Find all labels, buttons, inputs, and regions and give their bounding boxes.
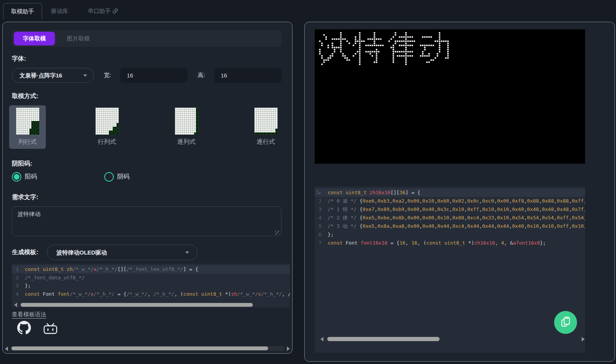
chevron-down-icon <box>185 251 189 254</box>
scan-mode-per-row[interactable]: 逐行式 <box>247 105 284 149</box>
scan-mode-section-label: 取模方式: <box>12 92 38 100</box>
template-select[interactable]: 波特律动OLED驱动 <box>47 245 197 260</box>
height-label: 高: <box>198 72 205 79</box>
output-code-scrollbar[interactable] <box>320 337 585 341</box>
required-text-section-label: 需求文字: <box>12 193 38 201</box>
top-tab-bar: 取模助手 驱动库 串口助手 <box>0 0 616 22</box>
width-label: 宽: <box>104 72 111 79</box>
scroll-left-arrow[interactable] <box>14 303 17 307</box>
scroll-right-arrow[interactable] <box>582 337 585 341</box>
font-select[interactable]: 文泉驿·点阵字16 <box>12 68 94 83</box>
template-code-scrollbar[interactable] <box>14 303 288 307</box>
scan-mode-per-col[interactable]: 逐列式 <box>168 105 205 149</box>
scroll-thumb[interactable] <box>21 303 253 307</box>
dot-matrix-canvas <box>315 29 585 164</box>
scan-mode-row-col[interactable]: 行列式 <box>89 105 125 149</box>
tab-driver-library[interactable]: 驱动库 <box>45 3 74 19</box>
radio-icon <box>104 172 114 182</box>
scroll-left-arrow[interactable] <box>320 337 323 341</box>
scan-pattern-icon <box>175 108 198 135</box>
scroll-left-arrow[interactable] <box>5 346 8 351</box>
font-select-value: 文泉驿·点阵字16 <box>19 68 62 82</box>
height-input[interactable] <box>214 68 281 83</box>
github-icon[interactable] <box>17 321 31 336</box>
resize-grip[interactable] <box>275 230 279 235</box>
chevron-down-icon <box>83 74 87 77</box>
polarity-section-label: 阴阳码: <box>12 160 32 168</box>
scan-pattern-icon <box>95 108 119 135</box>
template-select-value: 波特律动OLED驱动 <box>57 245 107 260</box>
dot-matrix-preview <box>315 29 585 164</box>
tab-serial-assistant[interactable]: 串口助手 <box>81 3 125 19</box>
scan-pattern-icon <box>254 108 278 135</box>
scroll-thumb[interactable] <box>11 346 268 350</box>
radio-icon <box>12 172 21 182</box>
required-text-input[interactable] <box>12 206 281 236</box>
scroll-thumb[interactable] <box>327 337 440 341</box>
template-section-label: 生成模板: <box>12 248 38 256</box>
scan-mode-options: 列行式 行列式 逐列式 逐行式 <box>3 105 292 153</box>
width-input[interactable] <box>120 68 188 83</box>
template-code-block: 1const uint8_t zh/*_w_*/x/*_h_*/[][/*_fo… <box>12 264 290 308</box>
output-code-block: 1▾const uint8_t zh16x16[][36] = {2/* 0 波… <box>315 187 585 353</box>
image-extract-button[interactable]: 图片取模 <box>61 30 96 47</box>
copy-code-button[interactable] <box>554 311 577 334</box>
tab-label: 取模助手 <box>11 8 34 14</box>
font-extract-button[interactable]: 字体取模 <box>14 32 55 45</box>
panel-horizontal-scrollbar[interactable] <box>5 346 290 351</box>
scan-pattern-icon <box>16 108 39 135</box>
template-syntax-link[interactable]: 查看模板语法 <box>12 311 46 318</box>
extract-type-toggle: 字体取模 图片取模 <box>12 30 281 47</box>
bilibili-icon[interactable] <box>43 323 58 336</box>
scroll-right-arrow[interactable] <box>287 346 290 351</box>
tab-label: 驱动库 <box>51 8 68 14</box>
tab-label: 串口助手 <box>88 8 111 14</box>
config-panel: 字体取模 图片取模 字体: 文泉驿·点阵字16 宽: 高: 取模方式: 列行式 … <box>2 22 293 354</box>
link-icon <box>112 4 118 20</box>
scan-mode-col-row[interactable]: 列行式 <box>9 105 46 149</box>
output-panel: 1▾const uint8_t zh16x16[][36] = {2/* 0 波… <box>304 22 615 362</box>
tab-extract-assistant[interactable]: 取模助手 <box>3 3 42 19</box>
font-section-label: 字体: <box>12 55 26 63</box>
clipboard-icon <box>560 316 571 329</box>
